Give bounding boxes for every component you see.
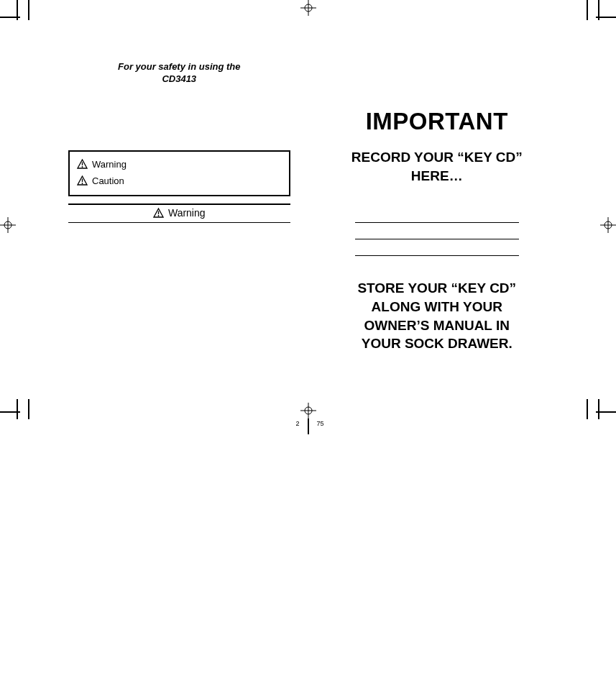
safety-heading-line1: For your safety in using the [118, 61, 240, 72]
crop-mark-icon [587, 0, 588, 20]
store-instructions: STORE YOUR “KEY CD” ALONG WITH YOUR OWNE… [326, 279, 548, 353]
crop-mark-icon [596, 17, 616, 18]
caution-row: Caution [77, 173, 282, 189]
divider-warning-label: Warning [168, 207, 206, 219]
crop-mark-icon [17, 399, 18, 419]
crop-mark-icon [598, 399, 599, 419]
warning-row: Warning [77, 156, 282, 173]
store-line3: OWNER’S MANUAL IN [364, 318, 510, 333]
gutter-mark-icon [308, 419, 309, 434]
store-line2: ALONG WITH YOUR [372, 299, 502, 314]
record-heading: RECORD YOUR “KEY CD” HERE… [326, 148, 548, 185]
registration-mark-top-icon [300, 0, 316, 16]
important-heading: IMPORTANT [326, 108, 548, 135]
write-in-lines [355, 206, 520, 256]
safety-heading: For your safety in using the CD3413 [68, 61, 290, 86]
registration-mark-left-icon [0, 217, 16, 233]
store-line4: YOUR SOCK DRAWER. [362, 336, 512, 351]
blank-line[interactable] [355, 223, 520, 239]
safety-heading-line2: CD3413 [162, 73, 196, 84]
crop-mark-icon [587, 399, 588, 419]
right-page: IMPORTANT RECORD YOUR “KEY CD” HERE… STO… [308, 29, 566, 427]
blank-line[interactable] [355, 206, 520, 223]
page-number-right: 75 [317, 420, 324, 427]
svg-point-14 [82, 166, 83, 168]
crop-mark-icon [596, 411, 616, 413]
warning-caution-box: Warning Caution [68, 150, 290, 196]
warning-label: Warning [92, 159, 127, 170]
record-line1: RECORD YOUR “KEY CD” [351, 150, 523, 165]
registration-mark-right-icon [600, 217, 616, 233]
page-number-left: 2 [295, 420, 299, 427]
left-page: For your safety in using the CD3413 Warn… [50, 29, 308, 427]
store-line1: STORE YOUR “KEY CD” [357, 280, 516, 296]
warning-triangle-icon [153, 208, 164, 218]
crop-mark-icon [28, 399, 29, 419]
crop-mark-icon [0, 17, 20, 18]
crop-mark-icon [28, 0, 29, 20]
warning-divider-bar: Warning [68, 203, 290, 223]
print-spread-page: For your safety in using the CD3413 Warn… [0, 0, 616, 686]
record-line2: HERE… [411, 168, 463, 183]
svg-point-20 [158, 215, 160, 216]
warning-triangle-icon [77, 175, 88, 186]
blank-line[interactable] [355, 239, 520, 256]
crop-mark-icon [0, 411, 20, 413]
svg-point-17 [82, 183, 83, 184]
caution-label: Caution [92, 175, 124, 186]
warning-triangle-icon [77, 159, 88, 169]
two-page-spread: For your safety in using the CD3413 Warn… [50, 29, 566, 427]
